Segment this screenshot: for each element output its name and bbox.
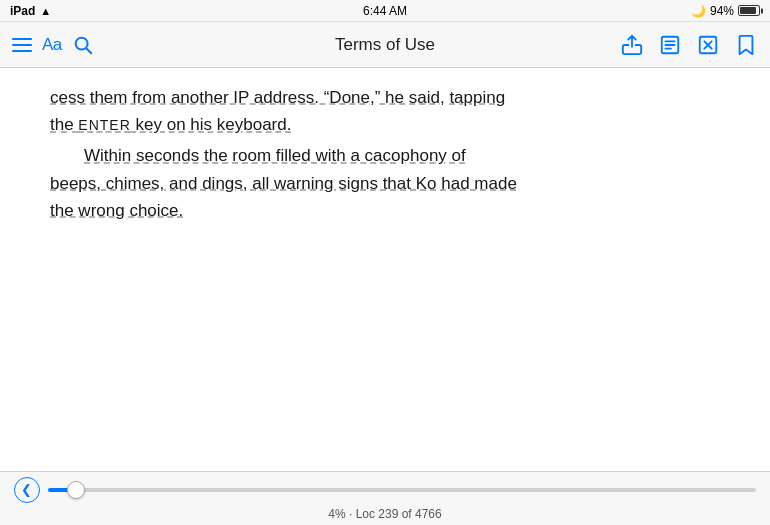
text-line-2: the ENTER key on his keyboard.: [50, 115, 291, 134]
small-caps-enter: ENTER: [78, 117, 130, 133]
status-time: 6:44 AM: [363, 4, 407, 18]
nav-right-controls: [620, 33, 758, 57]
font-settings-button[interactable]: Aa: [42, 35, 62, 55]
bookmark-button[interactable]: [734, 33, 758, 57]
notes-button[interactable]: [658, 33, 682, 57]
share-button[interactable]: [620, 33, 644, 57]
book-text: cess them from another IP address. “Done…: [50, 84, 720, 224]
reading-content: cess them from another IP address. “Done…: [0, 68, 770, 471]
status-left: iPad ▲: [10, 4, 51, 18]
progress-label: 4% · Loc 239 of 4766: [328, 507, 441, 521]
search-button[interactable]: [72, 34, 94, 56]
wifi-icon: ▲: [40, 5, 51, 17]
page-title: Terms of Use: [335, 35, 435, 55]
progress-track[interactable]: [48, 488, 756, 492]
hamburger-menu-button[interactable]: [12, 38, 32, 52]
flashcard-button[interactable]: [696, 33, 720, 57]
text-line-4: beeps, chimes, and dings, all warning si…: [50, 174, 517, 193]
battery-percent: 94%: [710, 4, 734, 18]
progress-thumb[interactable]: [67, 481, 85, 499]
svg-line-1: [86, 48, 91, 53]
bottom-bar: ❮ 4% · Loc 239 of 4766: [0, 471, 770, 525]
status-bar: iPad ▲ 6:44 AM 🌙 94%: [0, 0, 770, 22]
text-line-1: cess them from another IP address. “Done…: [50, 88, 505, 107]
status-right: 🌙 94%: [691, 4, 760, 18]
battery-icon: [738, 5, 760, 16]
back-arrow-icon: ❮: [21, 482, 32, 497]
back-button[interactable]: ❮: [14, 477, 40, 503]
moon-icon: 🌙: [691, 4, 706, 18]
progress-row: ❮: [0, 477, 770, 503]
text-line-5: the wrong choice.: [50, 201, 183, 220]
device-label: iPad: [10, 4, 35, 18]
nav-left-controls: Aa: [12, 34, 94, 56]
nav-bar: Aa Terms of Use: [0, 22, 770, 68]
text-line-3: Within seconds the room filled with a ca…: [50, 146, 466, 165]
